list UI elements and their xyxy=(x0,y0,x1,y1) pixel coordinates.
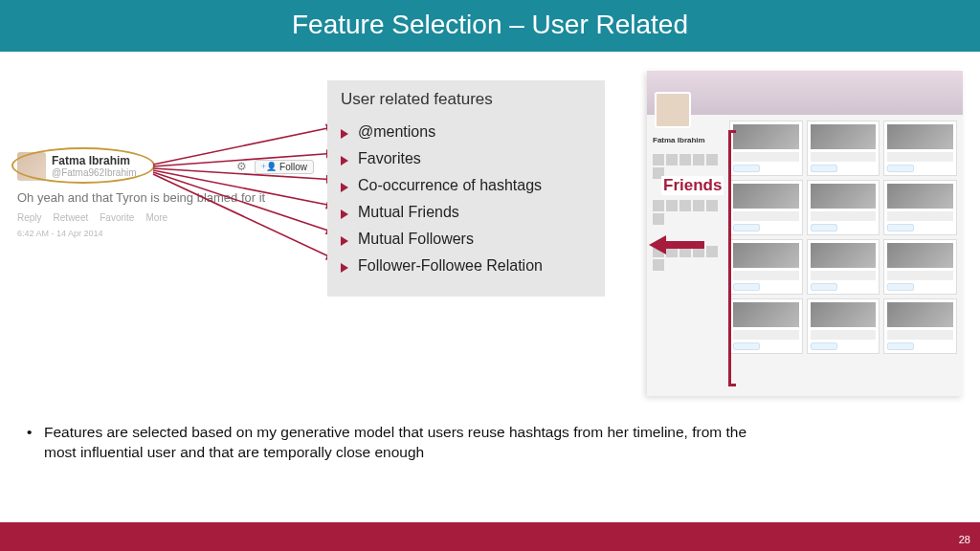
friend-card xyxy=(883,121,957,176)
reply-action[interactable]: Reply xyxy=(17,212,42,223)
avatar xyxy=(17,152,46,181)
friends-grid xyxy=(729,115,963,360)
friend-card xyxy=(729,298,803,354)
slide-body: Fatma Ibrahim @Fatma962Ibrahim ⚙ +👤 Foll… xyxy=(0,52,980,501)
feature-item: @mentions xyxy=(341,119,591,145)
profile-screenshot: Fatma Ibrahim xyxy=(647,71,963,396)
friend-card xyxy=(729,121,803,176)
profile-banner xyxy=(647,71,963,115)
retweet-action[interactable]: Retweet xyxy=(54,212,89,223)
tweet-actions: Reply Retweet Favorite More xyxy=(17,212,314,223)
feature-list: @mentions Favorites Co-occurrence of has… xyxy=(341,119,591,279)
bullet-icon: • xyxy=(27,423,32,443)
follow-button[interactable]: +👤 Follow xyxy=(255,160,314,174)
user-plus-icon: +👤 xyxy=(261,162,277,171)
favorite-action[interactable]: Favorite xyxy=(100,212,134,223)
friend-card xyxy=(883,180,957,235)
profile-name: Fatma Ibrahim xyxy=(653,136,724,144)
more-action[interactable]: More xyxy=(145,212,167,223)
feature-box: User related features @mentions Favorite… xyxy=(327,80,605,297)
feature-item: Co-occurrence of hashtags xyxy=(341,172,591,199)
slide-title: Feature Selection – User Related xyxy=(0,0,980,52)
mini-avatar-strip xyxy=(653,200,724,225)
footer-bar: 28 xyxy=(0,522,980,551)
tweet-text: Oh yeah and that Tyron is being blamed f… xyxy=(17,190,314,207)
explanation-bullet: • Features are selected based on my gene… xyxy=(44,423,771,463)
friend-card xyxy=(807,298,880,354)
page-number: 28 xyxy=(959,534,970,545)
feature-item: Mutual Friends xyxy=(341,199,591,226)
friend-card xyxy=(807,180,880,235)
tweet-user-handle: @Fatma962Ibrahim xyxy=(52,167,236,178)
tweet-card: Fatma Ibrahim @Fatma962Ibrahim ⚙ +👤 Foll… xyxy=(17,152,314,238)
gear-icon[interactable]: ⚙ xyxy=(236,160,247,173)
friends-label: Friends xyxy=(661,176,724,195)
tweet-user-name: Fatma Ibrahim xyxy=(52,155,236,167)
explanation-text: Features are selected based on my genera… xyxy=(44,424,746,460)
friend-card xyxy=(807,239,880,295)
feature-item: Mutual Followers xyxy=(341,226,591,253)
friend-card xyxy=(729,180,803,235)
friend-card xyxy=(729,239,803,295)
follow-label: Follow xyxy=(279,162,307,172)
feature-item: Follower-Followee Relation xyxy=(341,253,591,279)
friend-card xyxy=(883,239,957,295)
left-arrow-icon xyxy=(649,235,704,254)
feature-box-title: User related features xyxy=(341,90,591,109)
friend-card xyxy=(807,121,880,176)
tweet-timestamp: 6:42 AM - 14 Apr 2014 xyxy=(17,229,314,238)
feature-item: Favorites xyxy=(341,145,591,172)
friend-card xyxy=(883,298,957,354)
bracket-annotation xyxy=(728,130,736,386)
